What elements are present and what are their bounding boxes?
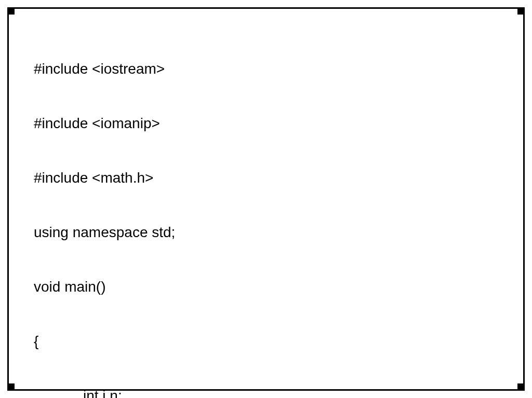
corner-decoration <box>7 383 15 391</box>
code-line: { <box>34 332 523 350</box>
corner-decoration <box>7 7 15 15</box>
code-line: #include <iomanip> <box>34 114 523 132</box>
corner-decoration <box>517 7 525 15</box>
corner-decoration <box>517 383 525 391</box>
code-line: using namespace std; <box>34 223 523 241</box>
code-line: #include <iostream> <box>34 60 523 78</box>
slide-frame: #include <iostream> #include <iomanip> #… <box>7 7 525 391</box>
code-block: #include <iostream> #include <iomanip> #… <box>9 9 523 398</box>
code-line: int i,n; <box>34 387 523 398</box>
code-line: #include <math.h> <box>34 169 523 187</box>
code-line: void main() <box>34 278 523 296</box>
